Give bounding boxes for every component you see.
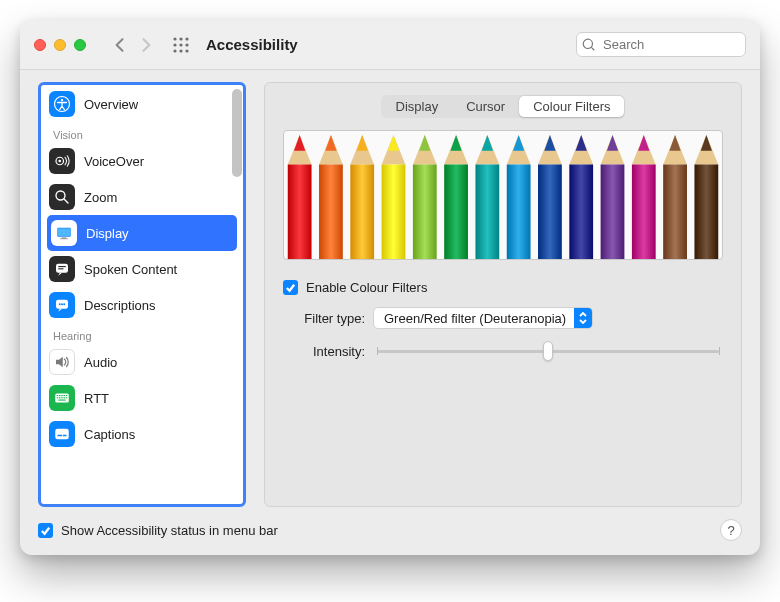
svg-rect-18: [60, 238, 68, 239]
search-field[interactable]: [576, 32, 746, 57]
section-heading-vision: Vision: [41, 122, 243, 143]
svg-rect-33: [59, 397, 61, 398]
svg-point-3: [173, 43, 176, 46]
search-input[interactable]: [576, 32, 746, 57]
window-title: Accessibility: [206, 36, 298, 53]
sidebar-item-spoken-content[interactable]: Spoken Content: [41, 251, 243, 287]
sidebar-item-rtt[interactable]: RTT: [41, 380, 243, 416]
svg-rect-38: [55, 429, 69, 440]
preferences-window: Accessibility Overview Vision: [20, 20, 760, 555]
pencil-preview: [283, 130, 723, 260]
svg-rect-52: [382, 164, 406, 259]
display-icon: [51, 220, 77, 246]
svg-marker-45: [325, 135, 336, 151]
svg-rect-17: [62, 238, 67, 239]
svg-point-8: [185, 49, 188, 52]
svg-marker-42: [294, 135, 305, 151]
sidebar-item-audio[interactable]: Audio: [41, 344, 243, 380]
svg-marker-54: [419, 135, 430, 151]
tab-cursor[interactable]: Cursor: [452, 96, 519, 117]
svg-rect-61: [475, 164, 499, 259]
voiceover-icon: [49, 148, 75, 174]
enable-colour-filters-checkbox[interactable]: [283, 280, 298, 295]
svg-rect-64: [507, 164, 531, 259]
svg-point-7: [179, 49, 182, 52]
sidebar-item-label: Overview: [84, 97, 138, 112]
titlebar: Accessibility: [20, 20, 760, 70]
svg-rect-34: [61, 397, 63, 398]
sidebar-item-zoom[interactable]: Zoom: [41, 179, 243, 215]
show-in-menubar-checkbox[interactable]: [38, 523, 53, 538]
sidebar-item-label: Display: [86, 226, 129, 241]
rtt-icon: [49, 385, 75, 411]
sidebar-item-display[interactable]: Display: [47, 215, 237, 251]
svg-rect-32: [57, 397, 59, 398]
captions-icon: [49, 421, 75, 447]
filter-type-row: Filter type: Green/Red filter (Deuterano…: [283, 307, 723, 329]
settings-panel: Display Cursor Colour Filters Enable Col…: [264, 82, 742, 507]
svg-rect-58: [444, 164, 468, 259]
svg-line-14: [64, 199, 68, 203]
window-close-button[interactable]: [34, 39, 46, 51]
tab-display[interactable]: Display: [382, 96, 453, 117]
svg-rect-36: [66, 397, 68, 398]
footer-row: Show Accessibility status in menu bar ?: [38, 507, 742, 541]
svg-marker-78: [669, 135, 680, 151]
filter-type-dropdown[interactable]: Green/Red filter (Deuteranopia): [373, 307, 593, 329]
svg-rect-76: [632, 164, 656, 259]
sidebar-item-label: Zoom: [84, 190, 117, 205]
svg-rect-30: [64, 395, 66, 396]
svg-point-25: [63, 303, 65, 305]
svg-rect-39: [58, 435, 63, 437]
svg-marker-51: [388, 135, 399, 151]
filter-type-value: Green/Red filter (Deuteranopia): [384, 311, 566, 326]
svg-rect-16: [58, 229, 70, 237]
spoken-content-icon: [49, 256, 75, 282]
help-button[interactable]: ?: [720, 519, 742, 541]
body: Overview Vision VoiceOver Zoom: [20, 70, 760, 555]
nav-arrows: [110, 35, 156, 55]
svg-point-23: [59, 303, 61, 305]
nav-back-button[interactable]: [110, 35, 130, 55]
svg-marker-63: [513, 135, 524, 151]
svg-rect-73: [601, 164, 625, 259]
svg-marker-48: [357, 135, 368, 151]
sidebar-item-captions[interactable]: Captions: [41, 416, 243, 452]
svg-rect-29: [61, 395, 63, 396]
intensity-label: Intensity:: [283, 344, 365, 359]
svg-rect-82: [694, 164, 718, 259]
search-icon: [582, 38, 596, 52]
show-all-button[interactable]: [172, 36, 190, 54]
tab-bar: Display Cursor Colour Filters: [381, 95, 626, 118]
sidebar-item-descriptions[interactable]: Descriptions: [41, 287, 243, 323]
enable-colour-filters-row: Enable Colour Filters: [283, 280, 723, 295]
window-minimize-button[interactable]: [54, 39, 66, 51]
svg-rect-70: [569, 164, 593, 259]
svg-marker-75: [638, 135, 649, 151]
columns: Overview Vision VoiceOver Zoom: [38, 82, 742, 507]
svg-rect-46: [319, 164, 343, 259]
sidebar-item-label: Descriptions: [84, 298, 156, 313]
audio-icon: [49, 349, 75, 375]
svg-marker-69: [576, 135, 587, 151]
sidebar-item-voiceover[interactable]: VoiceOver: [41, 143, 243, 179]
svg-point-0: [173, 37, 176, 40]
svg-point-5: [185, 43, 188, 46]
svg-marker-66: [544, 135, 555, 151]
svg-point-12: [58, 160, 61, 163]
svg-point-13: [56, 191, 65, 200]
svg-point-6: [173, 49, 176, 52]
svg-rect-67: [538, 164, 562, 259]
sidebar-scrollbar[interactable]: [232, 89, 242, 177]
window-fullscreen-button[interactable]: [74, 39, 86, 51]
svg-rect-35: [64, 397, 66, 398]
tab-colour-filters[interactable]: Colour Filters: [519, 96, 624, 117]
nav-forward-button[interactable]: [136, 35, 156, 55]
section-heading-hearing: Hearing: [41, 323, 243, 344]
svg-rect-43: [288, 164, 312, 259]
intensity-slider[interactable]: [373, 341, 723, 361]
svg-rect-40: [63, 435, 67, 437]
svg-point-1: [179, 37, 182, 40]
sidebar-item-overview[interactable]: Overview: [41, 86, 243, 122]
svg-point-4: [179, 43, 182, 46]
